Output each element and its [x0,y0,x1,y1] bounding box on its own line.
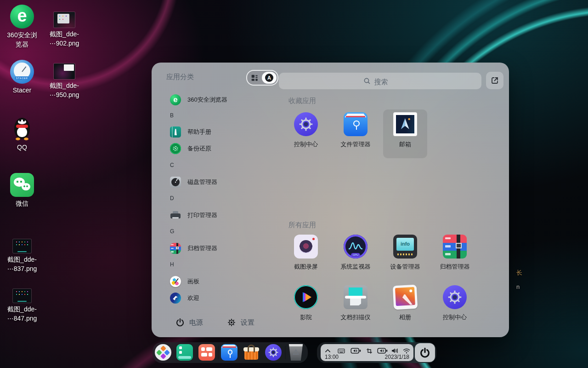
desktop-icon-label: Stacer [0,86,44,95]
app-archive-manager[interactable]: 归档管理器 [433,232,477,281]
app-list-item-disk-manager[interactable]: 磁盘管理器 [170,177,217,188]
alphabet-view-button[interactable] [262,72,277,84]
app-system-monitor[interactable]: 系统监视器 [334,232,378,281]
dock-separator [285,346,286,359]
album-icon [393,285,418,310]
dock-separator [218,346,219,359]
360-browser-icon [10,5,34,29]
app-movie[interactable]: 影院 [284,282,328,331]
tray-time[interactable]: 13:00 [325,354,339,360]
desktop-icon-screenshot-902[interactable]: 截图_dde- ⋯902.png [42,12,86,48]
app-control-center[interactable]: 控制中心 [433,282,477,331]
screenshot-thumbnail [13,289,31,303]
file-manager-icon [344,112,368,136]
desktop-icon-screenshot-837[interactable]: 截图_dde- ⋯837.png [0,239,44,273]
app-document-scanner[interactable]: 文档扫描仪 [334,282,378,331]
section-letter: H [170,261,174,269]
screen-capture-icon [294,235,318,259]
expand-fullscreen-button[interactable] [486,72,503,89]
settings-label: 设置 [241,318,254,327]
system-monitor-icon [344,235,368,259]
power-label: 电源 [189,318,203,327]
desktop-icon-label: 截图_dde- ⋯847.png [0,305,44,323]
search-box[interactable] [279,73,481,89]
app-list-item-archive-manager[interactable]: 归档管理器 [170,243,217,254]
app-list-item-360-browser[interactable]: 360安全浏览器 [170,94,227,105]
favorite-app-mail[interactable]: 邮箱 [383,109,427,158]
alphabet-a-icon [265,74,273,82]
desktop-icon-label: 截图_dde- ⋯902.png [42,29,86,48]
onboard-keyboard-icon[interactable] [337,347,345,354]
screenshot-thumbnail [54,63,75,79]
app-list-item-draw-board[interactable]: 画板 [170,276,199,287]
app-list-item-print-manager[interactable]: 打印管理器 [170,210,217,221]
draw-board-icon [170,276,181,287]
desktop-icon-screenshot-847[interactable]: 截图_dde- ⋯847.png [0,289,44,323]
category-grid-icon[interactable] [247,72,262,84]
desktop-icon-screenshot-950[interactable]: 截图_dde- ⋯950.png [42,63,86,99]
expand-fullscreen-icon [490,76,499,85]
section-letter: C [170,162,174,169]
dock-trash-icon[interactable] [288,344,304,361]
welcome-icon [170,293,181,304]
search-input[interactable] [279,73,483,90]
document-scanner-icon [344,285,368,309]
power-icon [175,318,185,327]
dock [153,342,308,363]
view-mode-toggle[interactable] [246,70,278,86]
all-apps-title: 所有应用 [288,221,316,230]
favorites-title: 收藏应用 [288,97,316,105]
desktop-icon-label: 360安全浏 览器 [0,30,44,49]
screenshot-thumbnail [54,12,75,28]
section-letter: D [170,195,174,202]
dock-app-store-icon[interactable] [243,344,260,361]
power-button[interactable]: 电源 [175,316,203,328]
favorite-app-file-manager[interactable]: 文件管理器 [334,109,378,158]
360-browser-icon [170,94,181,105]
launcher-panel: 应用分类 360安全浏览器 B 帮助手册 备份还原 C 磁盘管理器 D [152,63,509,337]
gear-icon [227,318,236,327]
tray-core: 13:00 2023/1/18 [321,344,413,361]
app-album[interactable]: 相册 [383,282,427,331]
app-screen-capture[interactable]: 截图录屏 [284,232,328,281]
app-list-item-welcome[interactable]: 欢迎 [170,293,199,304]
print-manager-icon [170,210,181,221]
app-device-manager[interactable]: 设备管理器 [383,232,427,281]
dock-file-manager-icon[interactable] [221,344,237,361]
desktop-icon-360-browser[interactable]: 360安全浏 览器 [0,5,44,49]
desktop-icon-stacer[interactable]: Stacer [0,60,44,95]
app-list-item-help-manual[interactable]: 帮助手册 [170,126,211,138]
desktop-icon-label: 截图_dde- ⋯950.png [42,81,86,99]
control-center-icon [443,285,467,309]
help-manual-icon [170,126,181,138]
control-center-icon [294,112,318,136]
desktop-icon-wechat[interactable]: 微信 [0,173,44,208]
wifi-icon[interactable] [402,347,411,354]
app-list-item-backup-restore[interactable]: 备份还原 [170,143,211,154]
settings-button[interactable]: 设置 [227,316,254,328]
collapse-chevron-icon[interactable] [323,347,332,354]
dock-show-desktop-icon[interactable] [176,344,193,361]
dock-launcher-icon[interactable] [155,344,171,361]
favorite-app-control-center[interactable]: 控制中心 [284,109,328,158]
mail-stamp-icon [393,112,417,136]
screenshot-crop-icon[interactable] [365,347,373,354]
movie-icon [294,285,318,309]
battery-icon[interactable] [350,347,362,354]
dock-multitasking-icon[interactable] [198,344,215,361]
tray-date[interactable]: 2023/1/18 [385,354,409,360]
power-icon [419,347,430,358]
battery-icon[interactable] [377,347,389,354]
tray-power-button[interactable] [415,343,435,362]
disk-manager-icon [170,177,181,188]
stacer-icon [10,60,34,84]
archive-manager-icon [170,243,181,254]
dock-control-center-icon[interactable] [265,344,282,361]
screenshot-thumbnail [13,239,31,253]
volume-icon[interactable] [390,347,399,354]
qq-icon [10,117,34,141]
desktop-icon-label: 截图_dde- ⋯837.png [0,255,44,273]
backup-restore-icon [170,143,181,154]
system-tray: 13:00 2023/1/18 [317,342,436,363]
desktop-icon-qq[interactable]: QQ [0,117,44,152]
